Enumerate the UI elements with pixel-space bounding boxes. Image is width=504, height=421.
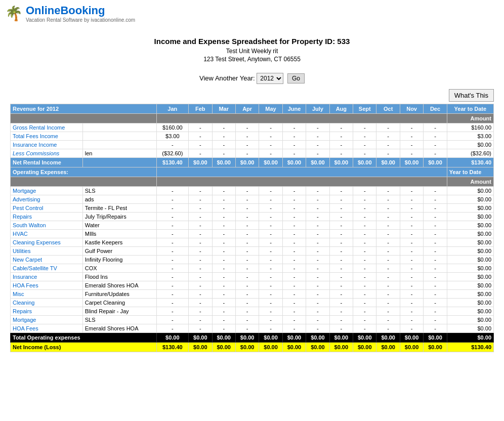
amount-header: Amount (447, 114, 493, 123)
less-commissions-row: Less Commissions len ($32.60) ----------… (11, 149, 494, 158)
logo-text: OnlineBooking (26, 4, 135, 17)
col-feb: Feb (189, 104, 212, 114)
mortgage-row-2: MortgageSLS ------------ $0.00 (11, 316, 494, 324)
operating-expenses-header: Operating Expenses: Year to Date (11, 167, 494, 177)
col-apr: Apr (235, 104, 259, 114)
operating-subheader: Amount (11, 177, 494, 187)
misc-row: MiscFurniture/Updates ------------ $0.00 (11, 290, 494, 299)
repairs-row-2: RepairsBlind Repair - Jay ------------ $… (11, 307, 494, 316)
net-rental-row: Net Rental Income $130.40 $0.00$0.00$0.0… (11, 158, 494, 167)
col-sept: Sept (353, 104, 376, 114)
total-operating-label: Total Operating expenses (11, 333, 157, 343)
col-jan: Jan (156, 104, 189, 114)
insurance-expense-row: InsuranceFlood Ins ------------ $0.00 (11, 273, 494, 281)
go-button[interactable]: Go (287, 73, 305, 83)
gross-rental-label: Gross Rental Income (11, 123, 83, 132)
net-income-row: Net Income (Loss) $130.40$0.00$0.00$0.00… (11, 343, 494, 352)
col-ytd: Year to Date (447, 104, 493, 114)
col-nov: Nov (400, 104, 423, 114)
net-income-label: Net Income (Loss) (11, 343, 157, 352)
col-july: July (306, 104, 329, 114)
utilities-row: UtilitiesGulf Power ------------ $0.00 (11, 247, 494, 256)
col-oct: Oct (376, 104, 400, 114)
logo-area: 🌴 OnlineBooking Vacation Rental Software… (5, 4, 499, 23)
col-june: June (282, 104, 306, 114)
page-line2: 123 Test Street, Anytown, CT 06555 (10, 56, 494, 63)
new-carpet-row: New CarpetInfinity Flooring ------------… (11, 256, 494, 264)
logo-booking: Booking (60, 4, 105, 17)
hvac-row: HVACMIlls ------------ $0.00 (11, 230, 494, 238)
operating-label: Operating Expenses: (11, 167, 157, 177)
col-mar: Mar (212, 104, 235, 114)
revenue-section-header: Revenue for 2012 (11, 104, 157, 114)
year-dropdown[interactable]: 2012 2011 2013 (257, 73, 283, 84)
advertising-row: Advertisingads ------------ $0.00 (11, 195, 494, 204)
whats-this-area: What's This (10, 89, 494, 102)
palm-icon: 🌴 (5, 5, 23, 22)
cleaning-row: CleaningCarpet Cleaning ------------ $0.… (11, 299, 494, 307)
main-content: Income and Expense Spreadsheet for Prope… (0, 27, 504, 357)
revenue-header-row: Revenue for 2012 Jan Feb Mar Apr May Jun… (11, 104, 494, 114)
col-may: May (259, 104, 282, 114)
south-walton-row: South WaltonWater ------------ $0.00 (11, 221, 494, 230)
operating-amount-label: Amount (447, 177, 493, 187)
revenue-subheader: Amount (11, 114, 494, 123)
net-rental-label: Net Rental Income (11, 158, 83, 167)
gross-rental-row: Gross Rental Income $160.00 ----------- … (11, 123, 494, 132)
cable-satellite-row: Cable/Satellite TVCOX ------------ $0.00 (11, 264, 494, 273)
logo-subtitle: Vacation Rental Software by ivacationonl… (26, 17, 135, 23)
year-selector: View Another Year: 2012 2011 2013 Go (10, 73, 494, 84)
mortgage-row-1: MortgageSLS ------------ $0.00 (11, 187, 494, 195)
page-line1: Test Unit Weekly rit (10, 48, 494, 55)
logo-online: Online (26, 4, 60, 17)
hoa-fees-row-2: HOA FeesEmerald Shores HOA ------------ … (11, 324, 494, 333)
col-aug: Aug (329, 104, 353, 114)
income-expense-table: Revenue for 2012 Jan Feb Mar Apr May Jun… (10, 104, 494, 352)
col-dec: Dec (424, 104, 447, 114)
total-fees-row: Total Fees Income $3.00 ----------- $3.0… (11, 132, 494, 141)
cleaning-expenses-row: Cleaning ExpensesKastle Keepers --------… (11, 238, 494, 247)
header: 🌴 OnlineBooking Vacation Rental Software… (0, 0, 504, 27)
operating-ytd-label: Year to Date (447, 167, 493, 177)
pest-control-row: Pest ControlTermite - FL Pest ----------… (11, 204, 494, 213)
total-operating-row: Total Operating expenses $0.00$0.00$0.00… (11, 333, 494, 343)
repairs-row-1: RepairsJuly Trip/Repairs ------------ $0… (11, 213, 494, 221)
whats-this-button[interactable]: What's This (449, 89, 494, 102)
hoa-fees-row-1: HOA FeesEmerald Shores HOA ------------ … (11, 281, 494, 290)
insurance-income-row: Insurance Income - ----------- $0.00 (11, 141, 494, 149)
page-title: Income and Expense Spreadsheet for Prope… (10, 37, 494, 46)
year-label: View Another Year: (199, 74, 255, 82)
